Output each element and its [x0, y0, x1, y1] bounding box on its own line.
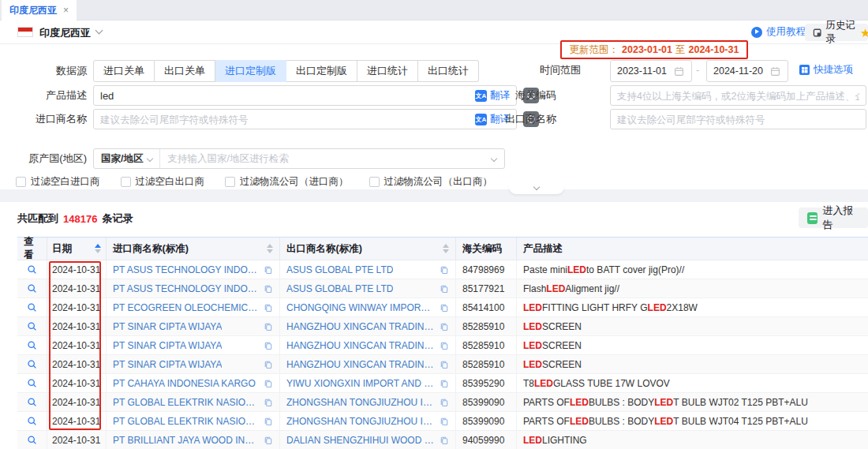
copy-icon[interactable] — [440, 379, 449, 388]
importer-link[interactable]: PT GLOBAL ELEKTRIK NASIONAL — [113, 416, 259, 427]
column-header-exporter[interactable]: 出口商名称(标准) — [280, 238, 456, 260]
checkbox-icon — [121, 177, 131, 187]
exporter-link[interactable]: ASUS GLOBAL PTE LTD — [286, 283, 393, 294]
filter-checkbox[interactable]: 过滤空白进口商 — [16, 175, 100, 189]
star-icon[interactable]: ★ — [860, 26, 868, 40]
copy-icon[interactable] — [440, 322, 449, 331]
importer-link[interactable]: PT SINAR CIPTA WIJAYA — [113, 340, 222, 351]
exporter-input[interactable] — [610, 109, 866, 129]
copy-icon[interactable] — [264, 398, 273, 407]
view-record-button[interactable] — [27, 397, 37, 407]
date-to-field[interactable] — [713, 65, 770, 77]
table-row: 2024-10-31PT ASUS TECHNOLOGY INDONESIA B… — [17, 260, 868, 279]
hs-code-field[interactable] — [611, 90, 866, 102]
collapse-form-handle[interactable] — [509, 184, 564, 194]
tab-close-icon[interactable]: × — [63, 6, 69, 15]
copy-icon[interactable] — [440, 265, 449, 275]
view-record-button[interactable] — [27, 435, 37, 445]
date-to-input[interactable] — [706, 60, 788, 82]
copy-icon[interactable] — [440, 341, 449, 350]
sort-control[interactable] — [438, 244, 449, 253]
view-record-button[interactable] — [27, 264, 37, 275]
origin-scope-dropdown[interactable]: 国家/地区 — [94, 149, 160, 168]
datasource-tab-3[interactable]: 出口定制版 — [286, 60, 357, 82]
exporter-link[interactable]: CHONGQING WINWAY IMPORT AND E... — [286, 302, 435, 313]
datasource-tab-5[interactable]: 出口统计 — [418, 60, 479, 82]
exporter-link[interactable]: ZHONGSHAN TONGJIUZHOU INTERNA... — [286, 397, 435, 408]
copy-icon[interactable] — [440, 436, 449, 445]
hs-code-input[interactable] — [610, 85, 866, 106]
tutorial-link[interactable]: 使用教程 — [751, 25, 806, 39]
column-header-importer[interactable]: 进口商名称(标准) — [107, 238, 280, 260]
view-record-button[interactable] — [27, 378, 37, 388]
importer-cell: PT CAHAYA INDONESIA KARGO — [107, 374, 280, 392]
date-cell: 2024-10-31 — [47, 279, 107, 297]
copy-icon[interactable] — [264, 322, 273, 331]
importer-link[interactable]: PT ECOGREEN OLEOCHEMICALS — [113, 302, 259, 313]
exporter-link[interactable]: YIWU XIONGXIN IMPORT AND EXPORT... — [286, 378, 435, 389]
table-row: 2024-10-31PT ECOGREEN OLEOCHEMICALSCHONG… — [17, 298, 868, 317]
copy-icon[interactable] — [264, 436, 273, 445]
description-cell: LED SCREEN — [517, 317, 868, 335]
view-record-button[interactable] — [27, 340, 37, 350]
product-desc-field[interactable] — [94, 90, 475, 102]
chevron-down-icon[interactable] — [95, 27, 103, 35]
copy-icon[interactable] — [264, 284, 273, 294]
column-header-date[interactable]: 日期 — [47, 238, 107, 260]
enter-report-button[interactable]: 进入报告 — [799, 208, 868, 228]
importer-input[interactable]: 文A 翻译 — [93, 109, 517, 129]
filter-checkbox[interactable]: 过滤物流公司（进口商） — [225, 175, 349, 189]
view-record-button[interactable] — [27, 283, 37, 294]
exporter-label: 出口商名称 — [485, 109, 556, 129]
exporter-link[interactable]: HANGZHOU XINGCAN TRADING CO LTD — [286, 359, 435, 370]
importer-link[interactable]: PT ASUS TECHNOLOGY INDONESIA BA... — [113, 264, 259, 275]
view-record-button[interactable] — [27, 321, 37, 331]
product-desc-input[interactable]: 文A 翻译 — [93, 85, 517, 106]
importer-link[interactable]: PT SINAR CIPTA WIJAYA — [113, 321, 222, 332]
origin-country-select[interactable]: 国家/地区 支持输入国家/地区进行检索 — [93, 148, 505, 169]
copy-icon[interactable] — [440, 398, 449, 407]
date-from-field[interactable] — [617, 65, 674, 77]
importer-link[interactable]: PT GLOBAL ELEKTRIK NASIONAL — [113, 397, 259, 408]
copy-icon[interactable] — [440, 284, 449, 294]
history-button[interactable]: 历史记录 — [805, 24, 868, 41]
hs-code-cell: 85285910 — [456, 336, 517, 354]
quick-options-link[interactable]: 快捷选项 — [799, 63, 853, 77]
copy-icon[interactable] — [264, 417, 273, 426]
view-record-button[interactable] — [27, 359, 37, 369]
exporter-link[interactable]: ASUS GLOBAL PTE LTD — [286, 264, 393, 275]
importer-field[interactable] — [94, 114, 475, 125]
view-record-button[interactable] — [27, 416, 37, 426]
datasource-tab-0[interactable]: 进口关单 — [93, 60, 155, 82]
tab-indonesia[interactable]: 印度尼西亚 × — [2, 0, 77, 21]
importer-link[interactable]: PT ASUS TECHNOLOGY INDONESIA BA... — [113, 283, 259, 294]
view-record-button[interactable] — [27, 302, 37, 312]
update-range-banner: 更新范围： 2023-01-01 至 2024-10-31 — [560, 40, 748, 59]
exporter-link[interactable]: DALIAN SHENGZHIHUI WOOD INDUST... — [286, 435, 435, 446]
copy-icon[interactable] — [440, 417, 449, 426]
date-from-input[interactable] — [610, 60, 692, 82]
datasource-tab-2[interactable]: 进口定制版 — [215, 60, 286, 82]
description-cell: T8 LED GLASS TUBE 17W LOVOV — [517, 374, 868, 392]
exporter-field[interactable] — [611, 114, 866, 125]
sort-control[interactable] — [90, 244, 101, 253]
tab-title: 印度尼西亚 — [9, 4, 57, 17]
copy-icon[interactable] — [264, 341, 273, 350]
importer-link[interactable]: PT BRILLIANT JAYA WOOD INDUSTRY — [113, 435, 259, 446]
exporter-link[interactable]: HANGZHOU XINGCAN TRADING CO LTD — [286, 321, 435, 332]
exporter-link[interactable]: ZHONGSHAN TONGJIUZHOU INTERNA... — [286, 416, 435, 427]
copy-icon[interactable] — [264, 379, 273, 388]
datasource-tab-1[interactable]: 出口关单 — [155, 60, 215, 82]
sort-control[interactable] — [262, 244, 273, 253]
importer-link[interactable]: PT SINAR CIPTA WIJAYA — [113, 359, 222, 370]
copy-icon[interactable] — [264, 265, 273, 275]
importer-link[interactable]: PT CAHAYA INDONESIA KARGO — [113, 378, 256, 389]
copy-icon[interactable] — [264, 360, 273, 369]
filter-checkbox[interactable]: 过滤空白出口商 — [121, 175, 205, 189]
filter-checkbox[interactable]: 过滤物流公司（出口商） — [369, 175, 493, 189]
copy-icon[interactable] — [440, 303, 449, 312]
datasource-tab-4[interactable]: 进口统计 — [357, 60, 418, 82]
copy-icon[interactable] — [440, 360, 449, 369]
copy-icon[interactable] — [264, 303, 273, 312]
exporter-link[interactable]: HANGZHOU XINGCAN TRADING CO LTD — [286, 340, 435, 351]
